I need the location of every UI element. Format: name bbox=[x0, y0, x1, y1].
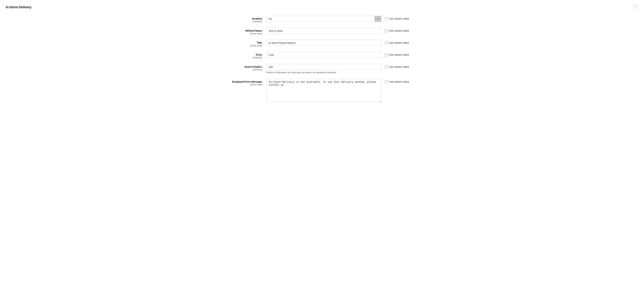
panel-title: In-Store Delivery bbox=[6, 6, 32, 9]
search-radius-row: Search Radius [website] Radius in kilome… bbox=[205, 64, 439, 74]
enabled-scope: [website] bbox=[205, 20, 262, 23]
search-radius-label-col: Search Radius [website] bbox=[205, 64, 266, 71]
search-radius-use-system-checkbox[interactable] bbox=[385, 66, 388, 68]
error-message-scope: [store view] bbox=[205, 83, 262, 86]
enabled-label: Enabled bbox=[205, 17, 262, 20]
enabled-system-label[interactable]: Use system value bbox=[389, 17, 409, 20]
in-store-delivery-panel: In-Store Delivery ⌃ Enabled [website] No… bbox=[0, 0, 644, 112]
price-row: Price [website] Use system value bbox=[205, 52, 439, 59]
search-radius-control-col: Radius in kilometers for store pick-up s… bbox=[266, 64, 381, 74]
method-name-label-col: Method Name [store view] bbox=[205, 28, 266, 35]
error-message-textarea[interactable]: In-Store Delivery is not available. To u… bbox=[266, 79, 381, 102]
error-message-label-col: Displayed Error Message [store view] bbox=[205, 79, 266, 86]
error-message-system-label[interactable]: Use system value bbox=[389, 80, 409, 83]
title-row: Title [store view] Use system value bbox=[205, 40, 439, 47]
method-name-scope: [store view] bbox=[205, 32, 262, 35]
enabled-row: Enabled [website] No Yes Use system valu… bbox=[205, 16, 439, 23]
method-name-system-label[interactable]: Use system value bbox=[389, 29, 409, 32]
title-system-label[interactable]: Use system value bbox=[389, 41, 409, 44]
price-scope: [website] bbox=[205, 56, 262, 59]
price-use-system-checkbox[interactable] bbox=[385, 53, 388, 56]
enabled-select-wrapper: No Yes bbox=[266, 16, 381, 22]
title-use-system-checkbox[interactable] bbox=[385, 41, 388, 44]
title-label-col: Title [store view] bbox=[205, 40, 266, 47]
method-name-control-col bbox=[266, 28, 381, 34]
price-control-col bbox=[266, 52, 381, 58]
title-input[interactable] bbox=[266, 40, 381, 46]
price-input[interactable] bbox=[266, 52, 381, 58]
method-name-system-col: Use system value bbox=[381, 28, 409, 32]
price-system-label[interactable]: Use system value bbox=[389, 53, 409, 56]
title-control-col bbox=[266, 40, 381, 46]
enabled-use-system-checkbox[interactable] bbox=[385, 17, 388, 20]
method-name-label: Method Name bbox=[205, 29, 262, 32]
title-scope: [store view] bbox=[205, 44, 262, 47]
search-radius-hint: Radius in kilometers for store pick-up s… bbox=[266, 71, 381, 74]
enabled-system-col: Use system value bbox=[381, 16, 409, 20]
enabled-select[interactable]: No Yes bbox=[266, 16, 381, 22]
error-message-label: Displayed Error Message bbox=[205, 80, 262, 83]
method-name-use-system-checkbox[interactable] bbox=[385, 29, 388, 32]
title-system-col: Use system value bbox=[381, 40, 409, 44]
search-radius-scope: [website] bbox=[205, 68, 262, 71]
method-name-input[interactable] bbox=[266, 28, 381, 34]
form-section: Enabled [website] No Yes Use system valu… bbox=[205, 16, 439, 103]
price-system-col: Use system value bbox=[381, 52, 409, 56]
error-message-row: Displayed Error Message [store view] In-… bbox=[205, 79, 439, 103]
price-label: Price bbox=[205, 53, 262, 56]
enabled-control-col: No Yes bbox=[266, 16, 381, 22]
method-name-row: Method Name [store view] Use system valu… bbox=[205, 28, 439, 35]
collapse-button[interactable]: ⌃ bbox=[632, 4, 638, 10]
search-radius-system-col: Use system value bbox=[381, 64, 409, 68]
error-message-control-col: In-Store Delivery is not available. To u… bbox=[266, 79, 381, 103]
search-radius-system-label[interactable]: Use system value bbox=[389, 66, 409, 68]
price-label-col: Price [website] bbox=[205, 52, 266, 59]
title-label: Title bbox=[205, 41, 262, 44]
search-radius-input[interactable] bbox=[266, 64, 381, 70]
error-message-system-col: Use system value bbox=[381, 79, 409, 83]
search-radius-label: Search Radius bbox=[205, 66, 262, 68]
error-message-use-system-checkbox[interactable] bbox=[385, 80, 388, 83]
panel-header: In-Store Delivery ⌃ bbox=[6, 4, 638, 10]
enabled-label-col: Enabled [website] bbox=[205, 16, 266, 23]
